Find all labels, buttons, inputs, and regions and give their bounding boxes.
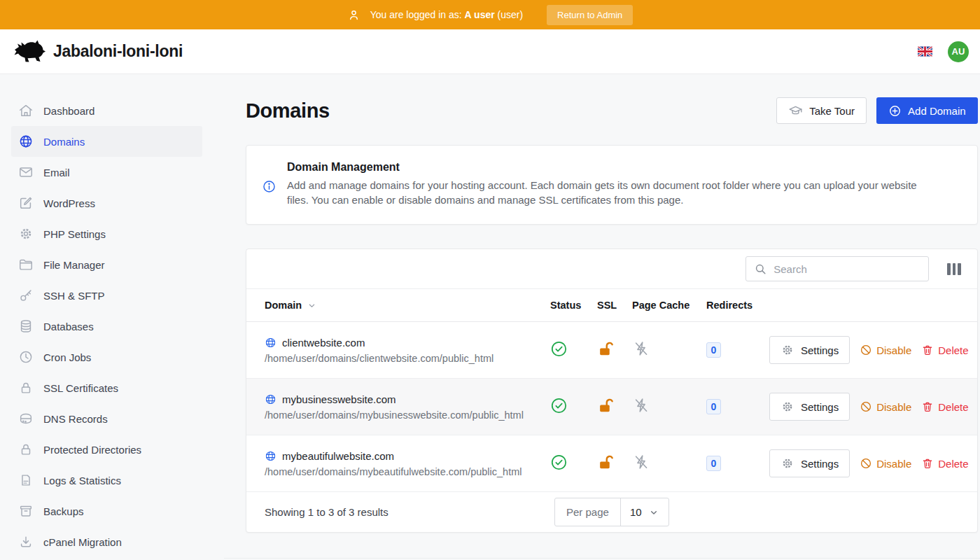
lock-icon [18, 380, 34, 396]
add-domain-button[interactable]: Add Domain [876, 97, 978, 124]
user-icon [347, 8, 360, 22]
sidebar-item-label: Cron Jobs [43, 351, 91, 363]
columns-toggle-icon[interactable] [947, 263, 960, 275]
globe-icon [265, 450, 276, 462]
delete-button[interactable]: Delete [921, 400, 968, 413]
redirects-count-badge[interactable]: 0 [706, 399, 721, 414]
sidebar-item-protected-directories[interactable]: Protected Directories [11, 434, 202, 465]
disable-button[interactable]: Disable [860, 457, 911, 470]
sidebar-item-label: Databases [43, 321, 94, 332]
status-enabled-icon [550, 397, 568, 414]
sidebar-item-label: Protected Directories [43, 444, 141, 456]
trash-icon [921, 400, 934, 413]
sidebar-item-logs-statistics[interactable]: Logs & Statistics [11, 465, 202, 496]
gear-icon [780, 343, 794, 357]
ban-icon [860, 400, 872, 413]
column-header-status: Status [550, 300, 597, 311]
sidebar-item-backups[interactable]: Backups [11, 496, 202, 526]
sidebar-item-cpanel-migration[interactable]: cPanel Migration [11, 526, 202, 557]
sidebar-item-databases[interactable]: Databases [11, 311, 202, 342]
sidebar-item-label: cPanel Migration [43, 536, 122, 548]
sidebar-item-email[interactable]: Email [11, 157, 202, 188]
settings-button[interactable]: Settings [769, 336, 850, 364]
globe-icon [265, 393, 276, 405]
user-avatar[interactable]: AU [948, 41, 969, 62]
gear-icon [18, 226, 34, 241]
server-icon [18, 411, 34, 426]
delete-button[interactable]: Delete [921, 457, 968, 470]
sidebar-item-label: Domains [43, 136, 85, 148]
sidebar-item-domains[interactable]: Domains [11, 126, 202, 157]
banner-prefix: You are logged in as: [370, 9, 462, 20]
gear-icon [780, 400, 794, 414]
home-icon [18, 103, 34, 118]
brand-title: Jabaloni-loni-loni [53, 42, 183, 61]
domain-path: /home/user/domains/clientwebsite.com/pub… [265, 353, 550, 364]
app-header: Jabaloni-loni-loni AU [0, 29, 980, 74]
sidebar-item-ssh-sftp[interactable]: SSH & SFTP [11, 280, 202, 311]
domain-name[interactable]: mybusinesswebsite.com [282, 393, 396, 405]
bottom-divider [224, 558, 980, 559]
ban-icon [860, 457, 872, 470]
per-page-label: Per page [555, 498, 621, 526]
domain-name[interactable]: clientwebsite.com [282, 337, 365, 349]
domain-path: /home/user/domains/mybeautifulwebsite.co… [265, 466, 550, 477]
domains-table: Domain Status SSL Page Cache Redirects c… [246, 248, 978, 533]
results-summary: Showing 1 to 3 of 3 results [265, 506, 388, 518]
sidebar-item-dashboard[interactable]: Dashboard [11, 95, 202, 126]
ssl-unlocked-icon[interactable] [597, 397, 615, 414]
column-header-page-cache: Page Cache [632, 300, 706, 311]
language-flag-icon[interactable] [918, 46, 932, 57]
info-box-description: Add and manage domains for your hosting … [287, 178, 924, 207]
disable-button[interactable]: Disable [860, 400, 911, 413]
redirects-count-badge[interactable]: 0 [706, 456, 721, 471]
redirects-count-badge[interactable]: 0 [706, 342, 721, 358]
page-title: Domains [246, 99, 330, 122]
lock-icon [18, 442, 34, 457]
search-box [746, 256, 929, 281]
sidebar-item-label: SSH & SFTP [43, 290, 105, 302]
per-page-select[interactable]: Per page 10 [554, 498, 669, 526]
sidebar-item-label: Dashboard [43, 105, 94, 117]
domain-path: /home/user/domains/mybusinesswebsite.com… [265, 410, 550, 421]
download-icon [18, 534, 34, 550]
page-cache-disabled-icon[interactable] [632, 340, 650, 358]
take-tour-button[interactable]: Take Tour [776, 97, 867, 124]
mail-icon [18, 164, 34, 180]
sidebar-item-label: WordPress [43, 197, 95, 209]
delete-button[interactable]: Delete [921, 344, 968, 356]
banner-user-name: A user [465, 9, 495, 20]
search-icon [754, 262, 767, 276]
chevron-down-icon [648, 507, 659, 518]
table-footer: Showing 1 to 3 of 3 results Per page 10 [246, 492, 977, 532]
sidebar-item-wordpress[interactable]: WordPress [11, 188, 202, 218]
column-header-domain[interactable]: Domain [246, 300, 550, 311]
search-input[interactable] [774, 263, 920, 275]
ssl-unlocked-icon[interactable] [597, 340, 615, 358]
sidebar-item-label: PHP Settings [43, 228, 106, 240]
graduation-cap-icon [788, 104, 803, 118]
disable-button[interactable]: Disable [860, 344, 911, 356]
sidebar-item-cron-jobs[interactable]: Cron Jobs [11, 342, 202, 372]
sidebar-item-php-settings[interactable]: PHP Settings [11, 218, 202, 249]
sidebar-item-ssl-certificates[interactable]: SSL Certificates [11, 372, 202, 403]
settings-button[interactable]: Settings [769, 449, 850, 477]
take-tour-label: Take Tour [809, 105, 855, 117]
sidebar-item-label: File Manager [43, 259, 105, 271]
info-box-title: Domain Management [287, 161, 924, 174]
sidebar-item-dns-records[interactable]: DNS Records [11, 403, 202, 434]
status-enabled-icon [550, 454, 568, 471]
status-enabled-icon [550, 340, 568, 358]
trash-icon [921, 344, 934, 356]
sidebar-item-file-manager[interactable]: File Manager [11, 249, 202, 280]
domain-management-info-box: Domain Management Add and manage domains… [246, 145, 978, 225]
settings-button[interactable]: Settings [769, 393, 850, 421]
banner-text: You are logged in as: A user (user) [370, 9, 523, 20]
ssl-unlocked-icon[interactable] [597, 454, 615, 471]
domain-name[interactable]: mybeautifulwebsite.com [282, 450, 394, 462]
page-cache-disabled-icon[interactable] [632, 396, 650, 414]
brand[interactable]: Jabaloni-loni-loni [11, 36, 183, 67]
per-page-value: 10 [630, 506, 642, 518]
page-cache-disabled-icon[interactable] [632, 453, 650, 471]
return-to-admin-button[interactable]: Return to Admin [547, 5, 633, 25]
